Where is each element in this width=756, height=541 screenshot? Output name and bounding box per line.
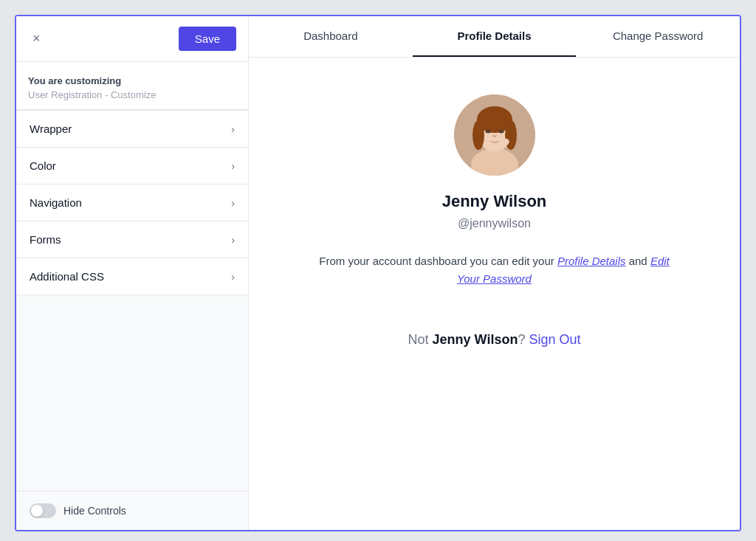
menu-item-forms[interactable]: Forms › xyxy=(16,221,248,258)
chevron-right-icon: › xyxy=(231,234,235,246)
menu-item-wrapper[interactable]: Wrapper › xyxy=(16,111,248,148)
menu-item-label: Color xyxy=(30,159,56,172)
chevron-right-icon: › xyxy=(231,160,235,172)
sign-out-link[interactable]: Sign Out xyxy=(529,332,580,347)
hide-controls-toggle[interactable] xyxy=(30,503,56,518)
profile-details-link[interactable]: Profile Details xyxy=(557,255,626,267)
customizing-heading: You are customizing xyxy=(28,75,236,86)
menu-list: Wrapper › Color › Navigation › Forms › A… xyxy=(16,110,248,295)
menu-item-label: Wrapper xyxy=(30,123,72,135)
toggle-knob xyxy=(31,505,43,517)
svg-point-5 xyxy=(472,120,484,150)
sign-out-section: Not Jenny Wilson? Sign Out xyxy=(408,332,581,348)
panel-header: × Save xyxy=(16,16,248,62)
customizing-info: You are customizing User Registration - … xyxy=(16,62,248,110)
main-content: Dashboard Profile Details Change Passwor… xyxy=(249,16,740,530)
not-user-name: Jenny Wilson xyxy=(433,332,518,347)
profile-description: From your account dashboard you can edit… xyxy=(317,252,672,288)
save-button[interactable]: Save xyxy=(179,27,236,51)
tab-change-password[interactable]: Change Password xyxy=(576,16,740,57)
not-user-prefix: Not xyxy=(408,332,433,347)
tabs-row: Dashboard Profile Details Change Passwor… xyxy=(249,16,740,58)
svg-point-7 xyxy=(485,130,490,134)
chevron-right-icon: › xyxy=(231,271,235,283)
chevron-right-icon: › xyxy=(231,123,235,135)
menu-item-additional-css[interactable]: Additional CSS › xyxy=(16,258,248,295)
profile-content: Jenny Wilson @jennywilson From your acco… xyxy=(249,58,740,530)
svg-point-6 xyxy=(505,120,517,150)
menu-item-label: Forms xyxy=(30,233,61,246)
hide-controls-row: Hide Controls xyxy=(16,491,248,530)
description-text-mid: and xyxy=(626,255,650,267)
customizing-value: User Registration - Customize xyxy=(28,89,236,100)
tab-dashboard[interactable]: Dashboard xyxy=(249,16,413,57)
menu-item-label: Additional CSS xyxy=(30,270,104,283)
profile-handle: @jennywilson xyxy=(458,217,531,230)
avatar xyxy=(454,94,535,176)
description-text-prefix: From your account dashboard you can edit… xyxy=(319,255,557,267)
customizer-panel: × Save You are customizing User Registra… xyxy=(16,16,249,530)
empty-area xyxy=(16,295,248,491)
svg-point-8 xyxy=(498,130,504,134)
menu-item-label: Navigation xyxy=(30,196,82,209)
chevron-right-icon: › xyxy=(231,197,235,209)
profile-name: Jenny Wilson xyxy=(442,192,547,211)
tab-profile-details[interactable]: Profile Details xyxy=(413,16,577,57)
close-button[interactable]: × xyxy=(28,30,45,48)
not-user-suffix: ? xyxy=(518,332,529,347)
menu-item-navigation[interactable]: Navigation › xyxy=(16,185,248,221)
menu-item-color[interactable]: Color › xyxy=(16,148,248,185)
hide-controls-label: Hide Controls xyxy=(63,505,126,517)
